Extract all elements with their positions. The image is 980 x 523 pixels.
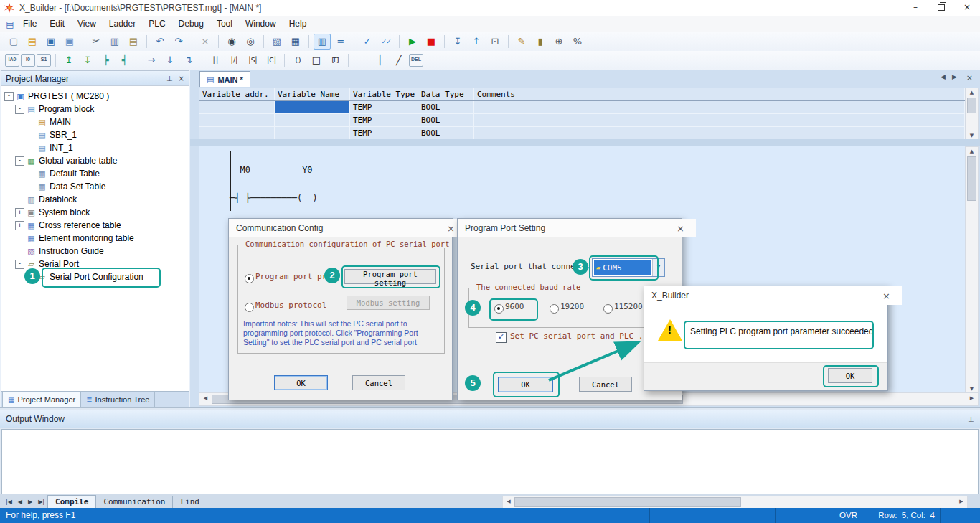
table-cell[interactable] [275,114,350,127]
col-header-variable-type[interactable]: Variable Type [350,88,418,101]
table-cell[interactable] [474,101,965,114]
expand-icon[interactable]: + [15,221,24,230]
collapse-icon[interactable]: - [4,92,14,101]
zoom-ratio-icon[interactable]: % [569,34,586,50]
scroll-left-icon[interactable]: ◀ [199,393,212,405]
col-header-comments[interactable]: Comments [474,88,965,101]
wire-down-icon[interactable]: ↓ [161,52,179,68]
ladder-scrollbar[interactable]: ▲ ▼ [965,146,979,394]
selected-cell[interactable] [275,101,350,114]
tab-find[interactable]: Find [173,496,207,509]
editor-splitter[interactable] [190,139,980,146]
reset-contact-icon[interactable]: ┤C├ [263,52,280,68]
table-cell[interactable] [199,127,275,140]
menu-window[interactable]: Window [239,16,283,32]
tree-item-default-table[interactable]: ▦Default Table [1,167,189,180]
tree-item-system-block[interactable]: +▣System block [1,206,189,219]
tab-project-manager[interactable]: ▦ Project Manager [2,392,81,407]
find-next-icon[interactable]: ◎ [242,34,259,50]
col-header-variable-name[interactable]: Variable Name [275,88,350,101]
save-all-icon[interactable]: ▣ [61,34,78,50]
menu-edit[interactable]: Edit [43,16,71,32]
import-icon[interactable]: ▧ [268,34,286,50]
table-cell[interactable]: TEMP [350,101,418,114]
zoom-in-icon[interactable]: ⊕ [550,34,567,50]
col-header-variable-addr[interactable]: Variable addr. [199,88,275,101]
delete-element-icon[interactable]: DEL [409,54,423,67]
tree-item-datablock[interactable]: ▥Datablock [1,193,189,206]
menu-view[interactable]: View [71,16,103,32]
table-scrollbar[interactable]: ▲ ▼ [965,88,979,141]
modbus-radio[interactable] [245,303,254,312]
tree-item-int-1[interactable]: ▤INT_1 [1,141,189,154]
insert-cell-icon[interactable]: ╞ [98,52,115,68]
first-tab-icon[interactable]: |◀ [3,496,15,509]
copy-icon[interactable]: ▥ [106,34,123,50]
modbus-radio-label[interactable]: Modbus protocol [255,299,326,312]
scroll-right-icon[interactable]: ▶ [956,496,967,508]
tab-communication[interactable]: Communication [96,496,173,509]
delete-line-icon[interactable]: ╱ [390,52,407,68]
tab-close-icon[interactable]: × [966,73,973,83]
scrollbar-thumb[interactable] [967,156,976,201]
scroll-right-icon[interactable]: ▶ [966,393,978,405]
save-icon[interactable]: ▣ [42,34,60,50]
maximize-button[interactable] [928,0,954,16]
table-cell[interactable]: BOOL [418,101,474,114]
scrollbar-thumb[interactable] [967,98,976,113]
scrollbar-thumb[interactable] [514,497,741,507]
col-header-data-type[interactable]: Data Type [418,88,474,101]
menu-debug[interactable]: Debug [172,16,210,32]
table-cell[interactable]: BOOL [418,127,474,140]
find-icon[interactable]: ◉ [223,34,240,50]
insert-row-above-icon[interactable]: ↥ [60,52,77,68]
table-cell[interactable]: TEMP [350,127,418,140]
output-content[interactable] [1,429,979,495]
tab-scroll-right-icon[interactable]: ▶ [952,73,957,80]
compile-icon[interactable]: ✓ [359,34,376,50]
set-pc-plc-checkbox[interactable]: ✓ [496,332,507,343]
collapse-icon[interactable]: - [15,156,24,166]
project-manager-view-icon[interactable]: ▥ [314,34,331,50]
pin-icon[interactable]: ⊥ [968,415,974,423]
show-address-icon[interactable]: IA0 [5,54,19,67]
collapse-icon[interactable]: - [15,105,24,114]
download-program-icon[interactable]: ↧ [449,34,466,50]
baud-115200-radio[interactable] [603,304,613,314]
monitor-mode-icon[interactable]: ⊡ [486,34,504,50]
open-folder-icon[interactable]: ▤ [24,34,41,50]
new-file-icon[interactable]: ▢ [5,34,22,50]
table-cell[interactable]: BOOL [418,114,474,127]
collapse-icon[interactable]: - [15,260,24,269]
upload-program-icon[interactable]: ↥ [468,34,485,50]
tab-compile[interactable]: Compile [47,495,96,509]
wire-right-icon[interactable]: → [143,52,160,68]
next-tab-icon[interactable]: ▶ [25,496,35,509]
show-symbol-icon[interactable]: S1 [37,54,51,67]
close-icon[interactable]: × [179,75,184,83]
cut-icon[interactable]: ✂ [88,34,105,50]
set-contact-icon[interactable]: ┤S├ [244,52,261,68]
show-operand-icon[interactable]: I0 [21,54,35,67]
stop-icon[interactable]: ■ [423,34,440,50]
program-port-radio-label[interactable]: Program port pro [255,270,331,283]
scroll-down-icon[interactable]: ▼ [966,386,978,392]
baud-115200-label[interactable]: 115200 [614,301,643,314]
table-cell[interactable] [199,101,275,114]
menu-plc[interactable]: PLC [142,16,171,32]
coil-icon[interactable]: ( ) [289,52,306,68]
redo-icon[interactable]: ↷ [170,34,187,50]
delete-cell-icon[interactable]: ╡ [116,52,133,68]
compare-block-icon[interactable]: □ [308,52,325,68]
cancel-button[interactable]: Cancel [352,375,405,390]
menu-help[interactable]: Help [283,16,314,32]
wire-corner-icon[interactable]: ↴ [180,52,197,68]
function-block-icon[interactable]: [F] [326,52,344,68]
scroll-up-icon[interactable]: ▲ [966,149,978,154]
close-button[interactable]: × [954,0,980,16]
undo-icon[interactable]: ↶ [151,34,169,50]
tree-item-data-set-table[interactable]: ▦Data Set Table [1,180,189,193]
scroll-down-icon[interactable]: ▼ [966,133,978,138]
tree-item-program-block[interactable]: -▤Program block [1,103,189,116]
print-icon[interactable]: ▦ [287,34,304,50]
